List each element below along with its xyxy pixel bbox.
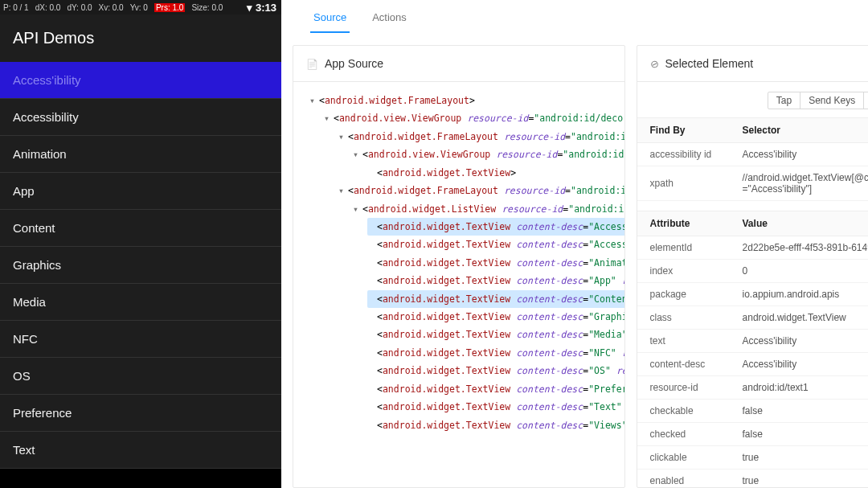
tree-node[interactable]: ▾<android.view.ViewGroup resource-id="an…	[324, 113, 624, 124]
app-list-item[interactable]: Accessibility	[0, 99, 281, 136]
pointer-count: P: 0 / 1	[3, 3, 29, 12]
tree-node[interactable]: <android.widget.TextView content-desc="T…	[367, 401, 624, 412]
source-panel: App Source ▾<android.widget.FrameLayout>…	[293, 45, 625, 488]
attr-val: android.widget.TextView	[730, 306, 868, 330]
findby-row: accessibility idAccess'ibility	[637, 143, 868, 166]
document-icon	[306, 57, 318, 70]
findby-key: xpath	[637, 166, 730, 201]
tree-node[interactable]: <android.widget.TextView content-desc="N…	[367, 347, 624, 359]
source-tree[interactable]: ▾<android.widget.FrameLayout>▾<android.v…	[293, 92, 624, 434]
app-list-item[interactable]: Content	[0, 210, 281, 247]
inspector-tabs: SourceActions	[281, 6, 868, 34]
attr-key: index	[637, 260, 730, 283]
send-keys-button[interactable]: Send Keys	[800, 92, 864, 109]
attr-val: Access'ibility	[730, 353, 868, 376]
caret-icon[interactable]: ▾	[324, 109, 334, 127]
caret-icon[interactable]: ▾	[353, 200, 362, 218]
findby-key: accessibility id	[637, 143, 730, 166]
findby-val: //android.widget.TextView[@content-desc=…	[730, 166, 868, 201]
attr-row: clickabletrue	[637, 446, 868, 470]
caret-icon[interactable]: ▾	[338, 128, 348, 146]
attr-val: io.appium.android.apis	[730, 283, 868, 306]
tree-node[interactable]: ▾<android.widget.FrameLayout resource-id…	[338, 131, 624, 142]
velocity-x: Xv: 0.0	[99, 3, 124, 12]
attr-val: false	[730, 400, 868, 423]
attr-key: checked	[637, 423, 730, 446]
clock: ▾ 3:13	[247, 2, 276, 14]
tag-icon	[650, 57, 659, 70]
app-list-item[interactable]: Animation	[0, 136, 281, 173]
attr-val: true	[730, 470, 868, 488]
tree-node[interactable]: <android.widget.TextView content-desc="V…	[367, 420, 624, 431]
app-list-item[interactable]: App	[0, 173, 281, 210]
app-list-item[interactable]: Access'ibility	[0, 62, 281, 99]
attr-val: android:id/text1	[730, 376, 868, 400]
findby-header-val: Selector	[730, 118, 868, 143]
attr-key: resource-id	[637, 376, 730, 400]
attr-row: classandroid.widget.TextView	[637, 306, 868, 330]
tree-node[interactable]: <android.widget.TextView>	[367, 167, 516, 178]
selected-panel-header: Selected Element	[637, 46, 868, 82]
tree-node[interactable]: <android.widget.TextView content-desc="G…	[367, 311, 624, 322]
attr-row: index0	[637, 260, 868, 283]
tree-node[interactable]: <android.widget.TextView content-desc="A…	[367, 218, 624, 236]
signal-icon: ▾	[247, 2, 252, 14]
tree-node[interactable]: ▾<android.widget.FrameLayout>	[309, 95, 475, 106]
delta-y: dY: 0.0	[67, 3, 92, 12]
attr-row: textAccess'ibility	[637, 330, 868, 353]
attr-row: content-descAccess'ibility	[637, 353, 868, 376]
caret-icon[interactable]: ▾	[338, 182, 348, 199]
caret-icon[interactable]: ▾	[353, 146, 362, 163]
attr-key: package	[637, 283, 730, 306]
pressure: Prs: 1.0	[154, 3, 185, 12]
app-title: API Demos	[0, 14, 281, 62]
inspector: SourceActions App Source ▾<android.widge…	[281, 0, 868, 488]
tap-button[interactable]: Tap	[768, 92, 800, 109]
attr-val: Access'ibility	[730, 330, 868, 353]
velocity-y: Yv: 0	[130, 3, 148, 12]
tree-node[interactable]: <android.widget.TextView content-desc="A…	[367, 275, 624, 286]
caret-icon[interactable]: ▾	[309, 92, 319, 109]
app-list-item[interactable]: Graphics	[0, 247, 281, 284]
selected-panel: Selected Element TapSend KeysClear⧉ Find…	[637, 45, 868, 488]
findby-val: Access'ibility	[730, 143, 868, 166]
findby-table: Find By Selector accessibility idAccess'…	[637, 117, 868, 201]
findby-header-key: Find By	[637, 118, 730, 143]
tree-node[interactable]: ▾<android.widget.ListView resource-id="a…	[353, 203, 624, 215]
action-buttons: TapSend KeysClear⧉	[637, 92, 868, 117]
size: Size: 0.0	[191, 3, 223, 12]
tree-node[interactable]: <android.widget.TextView content-desc="A…	[367, 239, 624, 250]
attr-val: false	[730, 423, 868, 446]
app-list-item[interactable]: Media	[0, 284, 281, 321]
tree-node[interactable]: <android.widget.TextView content-desc="O…	[367, 365, 624, 376]
attr-row: elementId2d22be5e-efff-4f53-891b-614979a…	[637, 236, 868, 260]
attr-key: clickable	[637, 446, 730, 470]
source-panel-title: App Source	[325, 57, 383, 70]
tree-node[interactable]: <android.widget.TextView content-desc="P…	[367, 383, 624, 395]
app-list-item[interactable]: Text	[0, 432, 281, 469]
attr-row: resource-idandroid:id/text1	[637, 376, 868, 400]
app-list-item[interactable]: NFC	[0, 321, 281, 358]
attr-row: checkablefalse	[637, 400, 868, 423]
device-screenshot: P: 0 / 1 dX: 0.0 dY: 0.0 Xv: 0.0 Yv: 0 P…	[0, 0, 281, 488]
tree-node[interactable]: <android.widget.TextView content-desc="M…	[367, 329, 624, 340]
attr-key: elementId	[637, 236, 730, 260]
attr-val: 2d22be5e-efff-4f53-891b-614979aaa02d	[730, 236, 868, 260]
tab-source[interactable]: Source	[310, 6, 350, 33]
source-panel-header: App Source	[293, 46, 624, 82]
tab-actions[interactable]: Actions	[369, 6, 410, 33]
app-list: Access'ibilityAccessibilityAnimationAppC…	[0, 62, 281, 469]
delta-x: dX: 0.0	[35, 3, 61, 12]
status-bar: P: 0 / 1 dX: 0.0 dY: 0.0 Xv: 0.0 Yv: 0 P…	[0, 0, 281, 14]
tree-node[interactable]: ▾<android.view.ViewGroup resource-id="an…	[353, 149, 624, 160]
tree-node[interactable]: ▾<android.widget.FrameLayout resource-id…	[338, 185, 624, 196]
tree-node[interactable]: <android.widget.TextView content-desc="C…	[367, 290, 624, 308]
attr-key: class	[637, 306, 730, 330]
attr-row: checkedfalse	[637, 423, 868, 446]
attr-val: true	[730, 446, 868, 470]
attrs-header-key: Attribute	[637, 211, 730, 236]
app-list-item[interactable]: OS	[0, 358, 281, 395]
tree-node[interactable]: <android.widget.TextView content-desc="A…	[367, 257, 624, 269]
clear-button[interactable]: Clear	[863, 92, 868, 109]
app-list-item[interactable]: Preference	[0, 395, 281, 432]
